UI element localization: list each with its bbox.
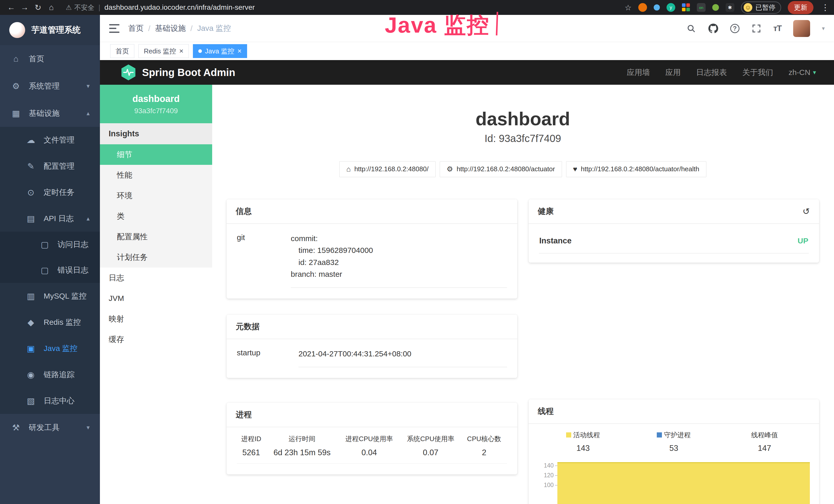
live-threads-value: 143: [538, 444, 629, 453]
sidebar-item-file-mgmt[interactable]: ☁ 文件管理: [0, 127, 100, 153]
close-icon[interactable]: ×: [237, 47, 241, 55]
history-icon[interactable]: ↺: [803, 206, 810, 216]
cloud-icon: ☁: [25, 135, 37, 145]
health-url-link[interactable]: ♥ http://192.168.0.2:48080/actuator/heal…: [566, 161, 706, 177]
monitor-icon: ▣: [25, 344, 37, 353]
sidebar-item-home[interactable]: ⌂ 首页: [0, 45, 100, 72]
url-divider: |: [98, 3, 100, 12]
github-icon[interactable]: [708, 23, 719, 33]
sba-item-logs[interactable]: 日志: [100, 268, 212, 288]
sba-item-config-props[interactable]: 配置属性: [100, 226, 212, 247]
extension-icon-7[interactable]: ✱: [726, 3, 734, 12]
infrastructure-submenu: ☁ 文件管理 ✎ 配置管理 ⊙ 定时任务 ▤ API 日志 ▴ ▢: [0, 127, 100, 414]
sba-language-value: zh-CN: [789, 68, 810, 77]
threads-card-title: 线程: [529, 399, 819, 424]
chrome-update-button[interactable]: 更新: [788, 1, 813, 14]
address-bar[interactable]: dashboard.yudao.iocoder.cn/infra/admin-s…: [105, 3, 255, 12]
clock-icon: ⊙: [25, 187, 37, 198]
back-icon[interactable]: ←: [5, 3, 18, 12]
security-indicator[interactable]: ⚠ 不安全: [66, 3, 94, 12]
sba-nav-journal[interactable]: 日志报表: [696, 67, 727, 78]
metadata-card: 元数据 startup 2021-04-27T00:44:31.254+08:0…: [226, 315, 517, 378]
sba-instance-header[interactable]: dashboard 93a3fc7f7409: [100, 85, 212, 123]
tag-home[interactable]: 首页: [110, 44, 134, 58]
admin-sidebar: 芋道管理系统 ⌂ 首页 ⚙ 系统管理 ▾ ▦ 基础设施 ▴ ☁ 文件管理: [0, 15, 100, 504]
help-icon[interactable]: ?: [730, 24, 740, 33]
git-time-line: time: 1596289704000: [291, 245, 507, 256]
breadcrumb-infrastructure[interactable]: 基础设施: [155, 23, 186, 33]
sidebar-item-trace[interactable]: ◉ 链路追踪: [0, 362, 100, 388]
sidebar-toggle-icon[interactable]: [109, 24, 119, 33]
sidebar-item-config-mgmt[interactable]: ✎ 配置管理: [0, 153, 100, 179]
sba-item-mappings[interactable]: 映射: [100, 308, 212, 329]
search-icon[interactable]: [686, 23, 696, 33]
tag-java-monitor[interactable]: Java 监控 ×: [193, 44, 247, 58]
sba-item-jvm[interactable]: JVM: [100, 288, 212, 308]
health-instance-row[interactable]: Instance UP: [539, 234, 809, 253]
active-dot: [198, 49, 202, 53]
sidebar-item-api-logs[interactable]: ▤ API 日志 ▴: [0, 205, 100, 232]
sidebar-item-infrastructure[interactable]: ▦ 基础设施 ▴: [0, 100, 100, 127]
sba-nav-applications[interactable]: 应用: [665, 67, 681, 78]
sidebar-item-redis-monitor[interactable]: ◆ Redis 监控: [0, 309, 100, 335]
sidebar-item-label: 文件管理: [44, 135, 74, 145]
screen: ← → ↻ ⌂ ⚠ 不安全 | dashboard.yudao.iocoder.…: [0, 0, 834, 504]
sidebar-item-label: 日志中心: [44, 396, 74, 406]
fullscreen-icon[interactable]: [751, 23, 762, 33]
extension-icon-5[interactable]: on: [697, 3, 706, 12]
tag-redis-monitor[interactable]: Redis 监控 ×: [138, 44, 189, 58]
reload-icon[interactable]: ↻: [31, 3, 45, 12]
sba-brand[interactable]: Spring Boot Admin: [120, 64, 235, 81]
legend-daemon-threads: 守护进程 53: [629, 431, 719, 453]
sba-language-select[interactable]: zh-CN ▾: [789, 68, 816, 77]
bookmark-star-icon[interactable]: ☆: [625, 3, 632, 12]
sidebar-item-mysql-monitor[interactable]: ▥ MySQL 监控: [0, 283, 100, 309]
extension-icon-4[interactable]: [682, 3, 690, 12]
sidebar-logo[interactable]: 芋道管理系统: [0, 15, 100, 45]
avatar-caret-icon[interactable]: ▾: [822, 25, 825, 32]
sidebar-item-scheduled-tasks[interactable]: ⊙ 定时任务: [0, 179, 100, 205]
sba-item-classes[interactable]: 类: [100, 206, 212, 226]
info-git-row: git commit: time: 1596289704000 id: 27aa…: [237, 233, 507, 288]
sidebar-item-access-logs[interactable]: ▢ 访问日志: [0, 232, 100, 257]
sba-item-metrics[interactable]: 性能: [100, 165, 212, 185]
extension-icon-6[interactable]: [712, 4, 719, 11]
sidebar-item-error-logs[interactable]: ▢ 错误日志: [0, 257, 100, 283]
document-icon: ▢: [39, 265, 50, 275]
sba-item-caches[interactable]: 缓存: [100, 329, 212, 350]
chrome-menu-icon[interactable]: ⋮: [821, 3, 829, 12]
sba-nav-wallboard[interactable]: 应用墙: [627, 67, 650, 78]
breadcrumb-home[interactable]: 首页: [128, 23, 144, 33]
process-cores-value: 2: [461, 448, 507, 464]
sba-item-environment[interactable]: 环境: [100, 185, 212, 206]
threads-card: 线程 活动线程 14: [529, 399, 819, 504]
infrastructure-icon: ▦: [10, 108, 22, 118]
sidebar-item-log-center[interactable]: ▧ 日志中心: [0, 388, 100, 414]
sba-item-scheduled[interactable]: 计划任务: [100, 247, 212, 268]
sidebar-item-java-monitor[interactable]: ▣ Java 监控: [0, 335, 100, 362]
close-icon[interactable]: ×: [179, 47, 183, 55]
sba-item-details[interactable]: 细节: [100, 144, 212, 165]
page-subtitle: Id: 93a3fc7f7409: [226, 133, 819, 144]
health-instance-label: Instance: [540, 236, 572, 246]
user-avatar[interactable]: [793, 20, 810, 37]
threads-legend: 活动线程 143 守护进程: [538, 431, 810, 453]
sidebar-item-system-mgmt[interactable]: ⚙ 系统管理 ▾: [0, 72, 100, 100]
font-size-icon[interactable]: тT: [773, 24, 781, 33]
home-icon[interactable]: ⌂: [45, 3, 58, 12]
link-label: http://192.168.0.2:48080/actuator/health: [581, 165, 699, 173]
sidebar-item-label: Redis 监控: [44, 317, 81, 328]
sba-content: dashboard Id: 93a3fc7f7409 ⌂ http://192.…: [212, 85, 834, 504]
sidebar-item-dev-tools[interactable]: ⚒ 研发工具 ▾: [0, 414, 100, 441]
forward-icon[interactable]: →: [18, 3, 31, 12]
service-url-link[interactable]: ⌂ http://192.168.0.2:48080/: [339, 161, 435, 177]
actuator-url-link[interactable]: ⚙ http://192.168.0.2:48080/actuator: [440, 161, 562, 177]
extension-icon-3[interactable]: y: [666, 3, 675, 12]
extension-icon-2[interactable]: [654, 4, 660, 10]
chrome-toolbar: ☆ y on ✱ ☺ 已暂停 更新 ⋮: [625, 1, 829, 14]
tag-label: Redis 监控: [144, 47, 176, 56]
profile-chip[interactable]: ☺ 已暂停: [741, 2, 781, 14]
extension-icon-1[interactable]: [638, 3, 647, 12]
log-icon: ▧: [25, 396, 37, 406]
sba-nav-about[interactable]: 关于我们: [742, 67, 773, 78]
